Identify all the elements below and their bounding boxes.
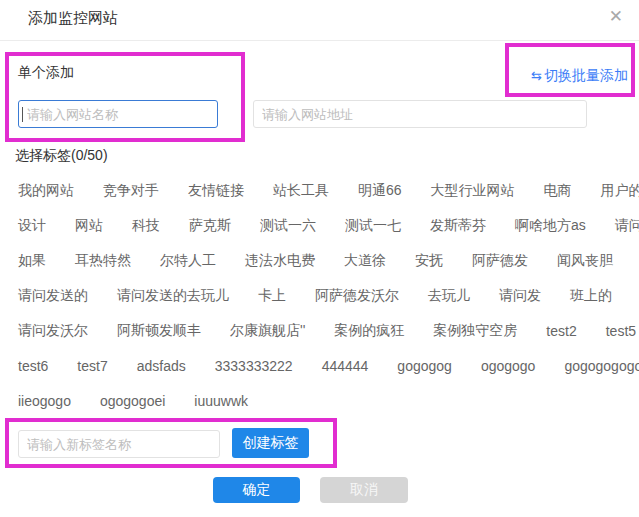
text-caret — [22, 107, 23, 122]
tag-row: 设计网站科技萨克斯测试一六测试一七发斯蒂芬啊啥地方as请问发送 — [18, 208, 638, 243]
tag-item[interactable]: 请问发送 — [615, 217, 639, 235]
select-tags-label: 选择标签(0/50) — [15, 147, 108, 165]
tag-item[interactable]: 请问发沃尔 — [18, 322, 88, 340]
tag-item[interactable]: 案例的疯狂 — [334, 322, 404, 340]
tag-item[interactable]: 设计 — [18, 217, 46, 235]
tag-item[interactable]: 去玩儿 — [428, 287, 470, 305]
tag-item[interactable]: 电商 — [544, 182, 572, 200]
tag-item[interactable]: 测试一六 — [260, 217, 316, 235]
tag-item[interactable]: 竞争对手 — [103, 182, 159, 200]
tag-item[interactable]: 大道徐 — [344, 252, 386, 270]
tag-row: 请问发沃尔阿斯顿发顺丰尔康旗舰店''案例的疯狂案例独守空房test2test5 — [18, 313, 638, 348]
create-tag-button[interactable]: 创建标签 — [232, 428, 309, 458]
switch-batch-add-label: 切换批量添加 — [544, 67, 628, 83]
tag-item[interactable]: 大型行业网站 — [431, 182, 515, 200]
tag-item[interactable]: 闻风丧胆 — [557, 252, 613, 270]
close-icon[interactable]: ✕ — [609, 8, 623, 25]
tag-item[interactable]: test7 — [77, 358, 107, 374]
site-url-input[interactable] — [253, 100, 587, 128]
tag-item[interactable]: 阿萨德发沃尔 — [315, 287, 399, 305]
tag-item[interactable]: 444444 — [322, 358, 369, 374]
tag-item[interactable]: 阿萨德发 — [472, 252, 528, 270]
tag-item[interactable]: 案例独守空房 — [433, 322, 517, 340]
tag-list: 我的网站竞争对手友情链接站长工具明通66大型行业网站电商用户的网站设计网站科技萨… — [18, 173, 638, 418]
switch-batch-add-link[interactable]: ⇆切换批量添加 — [531, 67, 628, 85]
tag-item[interactable]: 请问发 — [499, 287, 541, 305]
tag-row: 请问发送的请问发送的去玩儿卡上阿萨德发沃尔去玩儿请问发班上的 — [18, 278, 638, 313]
tag-item[interactable]: test5 — [606, 323, 636, 339]
tag-item[interactable]: 萨克斯 — [189, 217, 231, 235]
header-divider — [0, 40, 639, 41]
tag-item[interactable]: 阿斯顿发顺丰 — [117, 322, 201, 340]
tag-item[interactable]: 站长工具 — [273, 182, 329, 200]
swap-arrows-icon: ⇆ — [531, 68, 542, 83]
tag-item[interactable]: 啊啥地方as — [515, 217, 586, 235]
tag-item[interactable]: 明通66 — [358, 182, 402, 200]
cancel-button[interactable]: 取消 — [320, 477, 408, 503]
tag-item[interactable]: 请问发送的 — [18, 287, 88, 305]
tag-row: iieogogoogogogoeiiuuuwwk — [18, 383, 638, 418]
tag-item[interactable]: 耳热特然 — [75, 252, 131, 270]
tag-item[interactable]: adsfads — [137, 358, 186, 374]
tag-item[interactable]: 测试一七 — [345, 217, 401, 235]
new-tag-name-input[interactable] — [18, 430, 220, 458]
tag-item[interactable]: test6 — [18, 358, 48, 374]
tag-item[interactable]: test2 — [546, 323, 576, 339]
confirm-button[interactable]: 确定 — [213, 477, 300, 503]
single-add-label: 单个添加 — [18, 64, 74, 82]
tag-row: test6test7adsfads3333333222444444gogogog… — [18, 348, 638, 383]
tag-item[interactable]: ogogogoei — [100, 393, 165, 409]
tag-item[interactable]: 如果 — [18, 252, 46, 270]
tag-item[interactable]: 科技 — [132, 217, 160, 235]
tag-item[interactable]: 我的网站 — [18, 182, 74, 200]
tag-item[interactable]: 卡上 — [258, 287, 286, 305]
tag-item[interactable]: iuuuwwk — [194, 393, 248, 409]
tag-item[interactable]: 班上的 — [570, 287, 612, 305]
tag-item[interactable]: 尔特人工 — [160, 252, 216, 270]
tag-item[interactable]: iieogogo — [18, 393, 71, 409]
tag-item[interactable]: gogogogogo — [564, 358, 639, 374]
site-name-input[interactable] — [18, 100, 218, 128]
tag-item[interactable]: 尔康旗舰店'' — [230, 322, 305, 340]
tag-item[interactable]: 安抚 — [415, 252, 443, 270]
tag-item[interactable]: ogogogo — [481, 358, 536, 374]
tag-row: 我的网站竞争对手友情链接站长工具明通66大型行业网站电商用户的网站 — [18, 173, 638, 208]
tag-item[interactable]: gogogog — [397, 358, 452, 374]
tag-row: 如果耳热特然尔特人工违法水电费大道徐安抚阿萨德发闻风丧胆 — [18, 243, 638, 278]
tag-item[interactable]: 请问发送的去玩儿 — [117, 287, 229, 305]
tag-item[interactable]: 用户的网站 — [601, 182, 639, 200]
tag-item[interactable]: 网站 — [75, 217, 103, 235]
tag-item[interactable]: 违法水电费 — [245, 252, 315, 270]
page-title: 添加监控网站 — [28, 9, 118, 28]
tag-item[interactable]: 友情链接 — [188, 182, 244, 200]
tag-item[interactable]: 发斯蒂芬 — [430, 217, 486, 235]
tag-item[interactable]: 3333333222 — [215, 358, 293, 374]
